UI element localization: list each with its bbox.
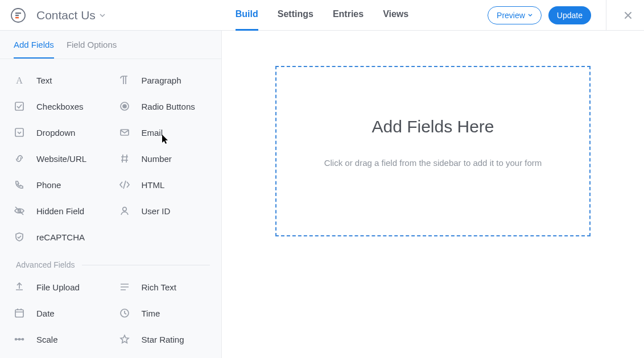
form-title-dropdown[interactable]: Contact Us <box>36 9 106 22</box>
field-label: Website/URL <box>36 154 86 164</box>
field-label: Time <box>142 309 160 318</box>
tab-label: Views <box>383 9 408 19</box>
field-star-rating[interactable]: Star Rating <box>111 326 216 352</box>
field-time[interactable]: Time <box>111 300 216 326</box>
field-label: Rich Text <box>142 282 176 292</box>
checkbox-icon <box>13 99 26 113</box>
email-icon <box>118 126 131 139</box>
richtext-icon <box>118 280 131 294</box>
hidden-icon <box>13 204 26 218</box>
field-radio-buttons[interactable]: Radio Buttons <box>111 93 216 119</box>
svg-rect-12 <box>15 310 23 317</box>
field-scale[interactable]: Scale <box>6 326 111 352</box>
date-icon <box>13 306 26 320</box>
tab-build[interactable]: Build <box>236 0 258 31</box>
caret-down-icon <box>528 13 532 18</box>
paragraph-icon <box>118 73 131 87</box>
field-label: HTML <box>142 180 165 190</box>
tab-entries[interactable]: Entries <box>333 0 364 31</box>
user-icon <box>118 204 131 218</box>
svg-rect-5 <box>15 102 23 110</box>
preview-label: Preview <box>497 11 525 20</box>
field-label: Number <box>142 154 172 164</box>
tab-label: Settings <box>278 9 313 19</box>
field-dropdown[interactable]: Dropdown <box>6 119 111 145</box>
radio-icon <box>118 99 131 113</box>
sidebar-tab-label: Field Options <box>67 40 117 49</box>
dropzone-title: Add Fields Here <box>371 117 494 136</box>
svg-point-16 <box>22 339 24 340</box>
field-label: Phone <box>36 180 61 190</box>
field-label: Radio Buttons <box>142 102 195 111</box>
svg-rect-3 <box>15 17 19 18</box>
field-phone[interactable]: Phone <box>6 172 111 198</box>
sidebar-tab-field-options[interactable]: Field Options <box>67 40 117 59</box>
tab-views[interactable]: Views <box>383 0 408 31</box>
field-checkboxes[interactable]: Checkboxes <box>6 93 111 119</box>
field-date[interactable]: Date <box>6 300 111 326</box>
field-label: Dropdown <box>36 128 75 138</box>
field-label: File Upload <box>36 282 80 292</box>
field-label: Date <box>36 309 55 318</box>
shield-icon <box>13 230 26 244</box>
dropzone-subtitle: Click or drag a field from the sidebar t… <box>324 158 542 168</box>
svg-point-15 <box>19 339 20 340</box>
app-logo <box>10 7 26 23</box>
advanced-fields-separator: Advanced Fields <box>6 250 216 274</box>
dropdown-icon <box>13 126 26 139</box>
field-label: User ID <box>142 206 171 216</box>
field-hidden[interactable]: Hidden Field <box>6 198 111 224</box>
close-button[interactable] <box>624 11 644 20</box>
hash-icon <box>118 152 131 165</box>
scale-icon <box>13 332 26 346</box>
field-rich-text[interactable]: Rich Text <box>111 274 216 300</box>
form-title-text: Contact Us <box>36 9 96 22</box>
field-text[interactable]: A Text <box>6 67 111 93</box>
svg-rect-8 <box>15 128 23 136</box>
sidebar-tab-label: Add Fields <box>14 40 54 49</box>
field-label: Hidden Field <box>36 206 84 216</box>
chevron-down-icon <box>99 12 106 19</box>
fields-panel: A Text Paragraph Checkboxes Radio Button… <box>0 59 221 358</box>
svg-text:A: A <box>16 76 23 85</box>
basic-fields-grid: A Text Paragraph Checkboxes Radio Button… <box>6 67 216 250</box>
sidebar-tab-add-fields[interactable]: Add Fields <box>14 40 54 59</box>
svg-point-11 <box>122 207 126 211</box>
time-icon <box>118 306 131 320</box>
update-label: Update <box>557 11 583 20</box>
dropzone[interactable]: Add Fields Here Click or drag a field fr… <box>275 66 591 236</box>
star-icon <box>118 332 131 346</box>
topbar: Contact Us Build Settings Entries Views … <box>0 0 644 31</box>
phone-icon <box>13 178 26 192</box>
field-website-url[interactable]: Website/URL <box>6 145 111 172</box>
html-icon <box>118 178 131 192</box>
tab-label: Build <box>236 9 258 19</box>
field-label: Checkboxes <box>36 102 84 111</box>
field-label: Scale <box>36 335 58 344</box>
svg-rect-1 <box>15 13 21 14</box>
field-html[interactable]: HTML <box>111 172 216 198</box>
advanced-heading: Advanced Fields <box>16 260 75 269</box>
field-paragraph[interactable]: Paragraph <box>111 67 216 93</box>
update-button[interactable]: Update <box>548 6 591 24</box>
sidebar-tabs: Add Fields Field Options <box>0 31 221 59</box>
tab-settings[interactable]: Settings <box>278 0 313 31</box>
field-email[interactable]: Email <box>111 119 216 145</box>
field-file-upload[interactable]: File Upload <box>6 274 111 300</box>
header-actions: Preview Update <box>488 0 644 31</box>
field-recaptcha[interactable]: reCAPTCHA <box>6 224 111 250</box>
link-icon <box>13 152 26 165</box>
field-label: Text <box>36 76 52 85</box>
sidebar: Add Fields Field Options A Text Paragrap… <box>0 31 222 358</box>
upload-icon <box>13 280 26 294</box>
tab-label: Entries <box>333 9 364 19</box>
field-label: Email <box>142 128 163 138</box>
field-user-id[interactable]: User ID <box>111 198 216 224</box>
svg-point-7 <box>123 105 126 108</box>
text-icon: A <box>13 73 26 87</box>
logo-icon <box>11 8 26 23</box>
svg-point-14 <box>15 339 17 340</box>
body: Add Fields Field Options A Text Paragrap… <box>0 31 644 358</box>
preview-button[interactable]: Preview <box>488 6 542 24</box>
field-number[interactable]: Number <box>111 145 216 172</box>
